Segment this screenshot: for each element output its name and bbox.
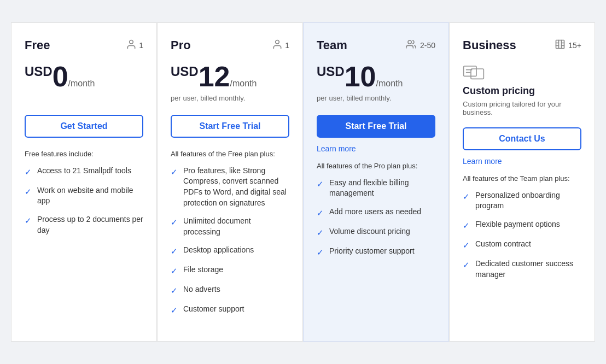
feature-item: ✓ Flexible payment options: [463, 219, 581, 231]
feature-text: Easy and flexible billing management: [329, 178, 435, 199]
price-amount: 10: [345, 61, 376, 92]
feature-item: ✓ Customer support: [171, 304, 289, 316]
users-count: 2-50: [420, 41, 435, 50]
plan-users: 1: [126, 39, 143, 51]
features-label: All features of the Team plan plus:: [463, 174, 581, 183]
feature-item: ✓ File storage: [171, 265, 289, 277]
svg-point-0: [130, 40, 133, 44]
feature-item: ✓ Personalized onboarding program: [463, 190, 581, 212]
check-icon: ✓: [171, 265, 178, 277]
price-currency: USD: [25, 64, 53, 79]
custom-pricing-title: Custom pricing: [463, 85, 581, 97]
feature-item: ✓ Dedicated customer success manager: [463, 259, 581, 280]
feature-item: ✓ Priority customer support: [317, 246, 435, 258]
users-count: 15+: [568, 41, 581, 50]
check-icon: ✓: [171, 245, 178, 257]
feature-text: Volume discount pricing: [329, 226, 410, 237]
custom-pricing-desc: Custom pricing tailored for your busines…: [463, 100, 581, 116]
plan-name: Team: [317, 38, 347, 52]
plan-users: 2-50: [406, 39, 435, 51]
feature-text: Custom contract: [475, 239, 531, 250]
plan-header: Pro 1: [171, 38, 289, 52]
plan-price-block: USD12/month: [171, 62, 289, 91]
check-icon: ✓: [317, 227, 324, 238]
check-icon: ✓: [25, 215, 32, 226]
learn-more-link-business[interactable]: Learn more: [463, 157, 581, 166]
feature-item: ✓ No adverts: [171, 284, 289, 296]
feature-text: Personalized onboarding program: [475, 190, 581, 212]
plan-users: 1: [272, 39, 289, 51]
svg-point-1: [276, 40, 279, 44]
feature-text: No adverts: [183, 284, 220, 295]
feature-list: ✓ Easy and flexible billing management ✓…: [317, 178, 435, 258]
check-icon: ✓: [317, 178, 324, 190]
check-icon: ✓: [171, 216, 178, 228]
plan-name: Pro: [171, 38, 191, 52]
feature-text: Dedicated customer success manager: [475, 259, 581, 280]
price-currency: USD: [171, 64, 199, 79]
users-icon: [272, 39, 283, 51]
users-count: 1: [139, 41, 143, 50]
plan-price-block: USD0/month: [25, 62, 143, 91]
plan-users: 15+: [554, 39, 581, 51]
feature-text: Priority customer support: [329, 246, 415, 257]
feature-item: ✓ Easy and flexible billing management: [317, 178, 435, 199]
feature-text: File storage: [183, 265, 223, 275]
feature-item: ✓ Add more users as needed: [317, 207, 435, 219]
price-period: /month: [376, 79, 403, 88]
users-icon: [554, 39, 566, 51]
feature-text: Pro features, like Strong Compress, conv…: [183, 166, 289, 208]
feature-list: ✓ Personalized onboarding program ✓ Flex…: [463, 190, 581, 280]
feature-text: Process up to 2 documents per day: [37, 214, 143, 236]
price-amount: 12: [199, 61, 230, 92]
features-label: All features of the Pro plan plus:: [317, 162, 435, 170]
plan-header: Business 15+: [463, 38, 581, 52]
learn-more-link-team[interactable]: Learn more: [317, 144, 435, 153]
plan-card-free: Free 1 USD0/month Get Started Free featu…: [11, 22, 157, 342]
plan-billing: per user, billed monthly.: [171, 94, 289, 104]
feature-item: ✓ Process up to 2 documents per day: [25, 214, 143, 236]
plan-price: USD12/month: [171, 63, 257, 92]
feature-text: Work on website and mobile app: [37, 185, 143, 207]
check-icon: ✓: [463, 259, 470, 271]
plan-price: USD0/month: [25, 63, 95, 92]
plan-billing: per user, billed monthly.: [317, 94, 435, 104]
plan-price-block: USD10/month: [317, 62, 435, 91]
cta-button-team[interactable]: Start Free Trial: [317, 115, 435, 138]
svg-rect-3: [556, 40, 564, 49]
pricing-container: Free 1 USD0/month Get Started Free featu…: [11, 22, 595, 342]
plan-billing: [25, 94, 143, 104]
cta-button-free[interactable]: Get Started: [25, 115, 143, 138]
check-icon: ✓: [463, 239, 470, 251]
check-icon: ✓: [463, 220, 470, 231]
plan-card-pro: Pro 1 USD12/month per user, billed month…: [157, 22, 303, 342]
cta-button-business[interactable]: Contact Us: [463, 127, 581, 150]
svg-point-2: [408, 40, 411, 44]
feature-text: Customer support: [183, 304, 244, 315]
feature-item: ✓ Volume discount pricing: [317, 226, 435, 238]
feature-item: ✓ Access to 21 Smallpdf tools: [25, 166, 143, 178]
price-period: /month: [68, 79, 95, 88]
features-label: Free features include:: [25, 150, 143, 158]
feature-text: Add more users as needed: [329, 207, 421, 218]
feature-item: ✓ Unlimited document processing: [171, 216, 289, 237]
plan-header: Free 1: [25, 38, 143, 52]
users-count: 1: [285, 41, 289, 50]
feature-list: ✓ Access to 21 Smallpdf tools ✓ Work on …: [25, 166, 143, 236]
price-currency: USD: [317, 64, 345, 79]
feature-text: Desktop applications: [183, 245, 254, 256]
users-icon: [126, 39, 137, 51]
feature-item: ✓ Work on website and mobile app: [25, 185, 143, 207]
cta-button-pro[interactable]: Start Free Trial: [171, 115, 289, 138]
plan-card-business: Business 15+ Custom pricing Custom prici…: [449, 22, 595, 342]
custom-pricing-icon: [463, 62, 581, 83]
check-icon: ✓: [25, 186, 32, 197]
price-amount: 0: [53, 61, 68, 92]
users-icon: [406, 39, 418, 51]
check-icon: ✓: [25, 166, 32, 178]
svg-rect-4: [464, 66, 476, 76]
feature-text: Access to 21 Smallpdf tools: [37, 166, 131, 177]
feature-item: ✓ Desktop applications: [171, 245, 289, 257]
plan-price: USD10/month: [317, 63, 403, 92]
plan-header: Team 2-50: [317, 38, 435, 52]
